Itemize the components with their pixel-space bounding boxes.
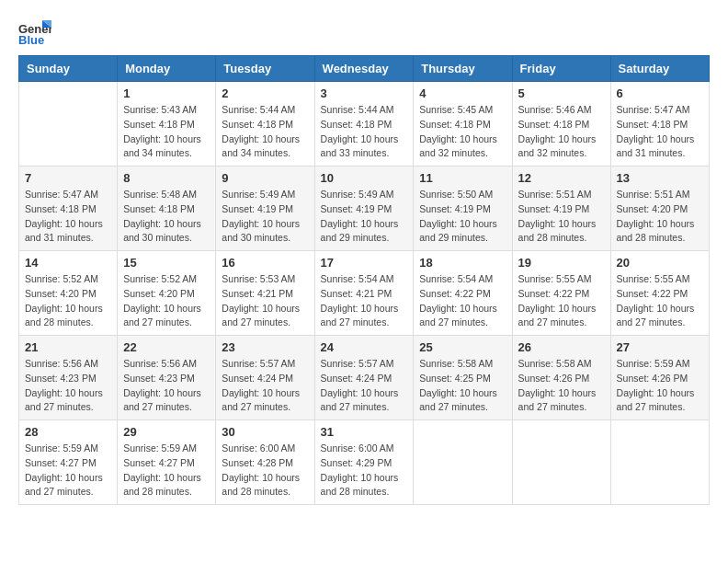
day-number: 16 bbox=[222, 256, 308, 270]
calendar-cell: 12Sunrise: 5:51 AMSunset: 4:19 PMDayligh… bbox=[512, 167, 610, 251]
day-number: 21 bbox=[25, 340, 111, 354]
day-number: 28 bbox=[25, 425, 111, 439]
day-number: 30 bbox=[222, 425, 308, 439]
calendar-cell: 29Sunrise: 5:59 AMSunset: 4:27 PMDayligh… bbox=[118, 420, 216, 505]
weekday-header-tuesday: Tuesday bbox=[216, 56, 314, 82]
day-info: Sunrise: 5:58 AMSunset: 4:25 PMDaylight:… bbox=[419, 357, 506, 415]
calendar-cell: 28Sunrise: 5:59 AMSunset: 4:27 PMDayligh… bbox=[19, 420, 118, 505]
day-number: 18 bbox=[419, 256, 506, 270]
day-info: Sunrise: 5:52 AMSunset: 4:20 PMDaylight:… bbox=[25, 272, 111, 330]
calendar-cell: 26Sunrise: 5:58 AMSunset: 4:26 PMDayligh… bbox=[512, 336, 610, 420]
day-number: 25 bbox=[419, 340, 506, 354]
day-number: 26 bbox=[518, 340, 605, 354]
day-info: Sunrise: 5:55 AMSunset: 4:22 PMDaylight:… bbox=[518, 272, 605, 330]
day-info: Sunrise: 5:51 AMSunset: 4:20 PMDaylight:… bbox=[617, 188, 703, 246]
day-number: 11 bbox=[419, 171, 506, 185]
day-info: Sunrise: 5:44 AMSunset: 4:18 PMDaylight:… bbox=[321, 103, 408, 161]
day-info: Sunrise: 5:50 AMSunset: 4:19 PMDaylight:… bbox=[419, 188, 506, 246]
calendar-cell: 7Sunrise: 5:47 AMSunset: 4:18 PMDaylight… bbox=[19, 167, 118, 251]
calendar-week-row: 28Sunrise: 5:59 AMSunset: 4:27 PMDayligh… bbox=[19, 420, 710, 505]
day-info: Sunrise: 5:49 AMSunset: 4:19 PMDaylight:… bbox=[222, 188, 308, 246]
calendar-cell: 4Sunrise: 5:45 AMSunset: 4:18 PMDaylight… bbox=[414, 82, 512, 167]
day-number: 8 bbox=[123, 171, 210, 185]
day-info: Sunrise: 6:00 AMSunset: 4:29 PMDaylight:… bbox=[321, 442, 408, 500]
day-info: Sunrise: 5:59 AMSunset: 4:27 PMDaylight:… bbox=[123, 442, 210, 500]
day-info: Sunrise: 5:54 AMSunset: 4:21 PMDaylight:… bbox=[321, 272, 408, 330]
day-number: 1 bbox=[123, 86, 210, 100]
calendar-cell bbox=[19, 82, 118, 167]
day-number: 5 bbox=[518, 86, 605, 100]
day-number: 13 bbox=[617, 171, 703, 185]
day-number: 31 bbox=[321, 425, 408, 439]
calendar-cell: 2Sunrise: 5:44 AMSunset: 4:18 PMDaylight… bbox=[216, 82, 314, 167]
calendar-week-row: 21Sunrise: 5:56 AMSunset: 4:23 PMDayligh… bbox=[19, 336, 710, 420]
day-info: Sunrise: 5:45 AMSunset: 4:18 PMDaylight:… bbox=[419, 103, 506, 161]
day-number: 2 bbox=[222, 86, 308, 100]
calendar-cell: 22Sunrise: 5:56 AMSunset: 4:23 PMDayligh… bbox=[118, 336, 216, 420]
day-number: 14 bbox=[25, 256, 111, 270]
day-info: Sunrise: 6:00 AMSunset: 4:28 PMDaylight:… bbox=[222, 442, 308, 500]
logo: General Blue bbox=[18, 18, 55, 46]
day-info: Sunrise: 5:59 AMSunset: 4:26 PMDaylight:… bbox=[617, 357, 703, 415]
day-number: 22 bbox=[123, 340, 210, 354]
calendar-cell: 27Sunrise: 5:59 AMSunset: 4:26 PMDayligh… bbox=[610, 336, 709, 420]
calendar-cell: 14Sunrise: 5:52 AMSunset: 4:20 PMDayligh… bbox=[19, 251, 118, 336]
calendar-cell: 24Sunrise: 5:57 AMSunset: 4:24 PMDayligh… bbox=[314, 336, 414, 420]
day-info: Sunrise: 5:44 AMSunset: 4:18 PMDaylight:… bbox=[222, 103, 308, 161]
weekday-header-monday: Monday bbox=[118, 56, 216, 82]
calendar-cell: 8Sunrise: 5:48 AMSunset: 4:18 PMDaylight… bbox=[118, 167, 216, 251]
day-info: Sunrise: 5:56 AMSunset: 4:23 PMDaylight:… bbox=[25, 357, 111, 415]
day-info: Sunrise: 5:48 AMSunset: 4:18 PMDaylight:… bbox=[123, 188, 210, 246]
day-info: Sunrise: 5:49 AMSunset: 4:19 PMDaylight:… bbox=[321, 188, 408, 246]
day-number: 10 bbox=[321, 171, 408, 185]
day-info: Sunrise: 5:52 AMSunset: 4:20 PMDaylight:… bbox=[123, 272, 210, 330]
day-number: 4 bbox=[419, 86, 506, 100]
day-number: 24 bbox=[321, 340, 408, 354]
day-number: 6 bbox=[617, 86, 703, 100]
weekday-header-thursday: Thursday bbox=[414, 56, 512, 82]
day-number: 12 bbox=[518, 171, 605, 185]
calendar-cell: 9Sunrise: 5:49 AMSunset: 4:19 PMDaylight… bbox=[216, 167, 314, 251]
calendar-cell: 3Sunrise: 5:44 AMSunset: 4:18 PMDaylight… bbox=[314, 82, 414, 167]
calendar-cell: 23Sunrise: 5:57 AMSunset: 4:24 PMDayligh… bbox=[216, 336, 314, 420]
day-number: 19 bbox=[518, 256, 605, 270]
calendar-week-row: 14Sunrise: 5:52 AMSunset: 4:20 PMDayligh… bbox=[19, 251, 710, 336]
calendar-cell: 31Sunrise: 6:00 AMSunset: 4:29 PMDayligh… bbox=[314, 420, 414, 505]
day-number: 20 bbox=[617, 256, 703, 270]
calendar-cell: 10Sunrise: 5:49 AMSunset: 4:19 PMDayligh… bbox=[314, 167, 414, 251]
day-info: Sunrise: 5:57 AMSunset: 4:24 PMDaylight:… bbox=[222, 357, 308, 415]
logo-icon: General Blue bbox=[18, 18, 51, 46]
calendar-week-row: 7Sunrise: 5:47 AMSunset: 4:18 PMDaylight… bbox=[19, 167, 710, 251]
weekday-header-wednesday: Wednesday bbox=[314, 56, 414, 82]
calendar-cell: 13Sunrise: 5:51 AMSunset: 4:20 PMDayligh… bbox=[610, 167, 709, 251]
day-number: 7 bbox=[25, 171, 111, 185]
calendar-cell: 18Sunrise: 5:54 AMSunset: 4:22 PMDayligh… bbox=[414, 251, 512, 336]
calendar-cell: 21Sunrise: 5:56 AMSunset: 4:23 PMDayligh… bbox=[19, 336, 118, 420]
calendar-cell: 20Sunrise: 5:55 AMSunset: 4:22 PMDayligh… bbox=[610, 251, 709, 336]
calendar-cell: 30Sunrise: 6:00 AMSunset: 4:28 PMDayligh… bbox=[216, 420, 314, 505]
day-info: Sunrise: 5:56 AMSunset: 4:23 PMDaylight:… bbox=[123, 357, 210, 415]
weekday-header-sunday: Sunday bbox=[19, 56, 118, 82]
calendar-week-row: 1Sunrise: 5:43 AMSunset: 4:18 PMDaylight… bbox=[19, 82, 710, 167]
calendar-cell: 11Sunrise: 5:50 AMSunset: 4:19 PMDayligh… bbox=[414, 167, 512, 251]
weekday-header-friday: Friday bbox=[512, 56, 610, 82]
day-info: Sunrise: 5:51 AMSunset: 4:19 PMDaylight:… bbox=[518, 188, 605, 246]
calendar-cell: 15Sunrise: 5:52 AMSunset: 4:20 PMDayligh… bbox=[118, 251, 216, 336]
day-number: 23 bbox=[222, 340, 308, 354]
day-number: 3 bbox=[321, 86, 408, 100]
day-number: 27 bbox=[617, 340, 703, 354]
day-info: Sunrise: 5:47 AMSunset: 4:18 PMDaylight:… bbox=[617, 103, 703, 161]
day-info: Sunrise: 5:47 AMSunset: 4:18 PMDaylight:… bbox=[25, 188, 111, 246]
svg-text:Blue: Blue bbox=[18, 33, 44, 46]
page-header: General Blue bbox=[18, 18, 710, 46]
weekday-header-saturday: Saturday bbox=[610, 56, 709, 82]
day-info: Sunrise: 5:43 AMSunset: 4:18 PMDaylight:… bbox=[123, 103, 210, 161]
day-info: Sunrise: 5:59 AMSunset: 4:27 PMDaylight:… bbox=[25, 442, 111, 500]
day-info: Sunrise: 5:55 AMSunset: 4:22 PMDaylight:… bbox=[617, 272, 703, 330]
day-info: Sunrise: 5:54 AMSunset: 4:22 PMDaylight:… bbox=[419, 272, 506, 330]
calendar-cell: 1Sunrise: 5:43 AMSunset: 4:18 PMDaylight… bbox=[118, 82, 216, 167]
day-number: 9 bbox=[222, 171, 308, 185]
calendar-header-row: SundayMondayTuesdayWednesdayThursdayFrid… bbox=[19, 56, 710, 82]
calendar-cell: 19Sunrise: 5:55 AMSunset: 4:22 PMDayligh… bbox=[512, 251, 610, 336]
calendar-cell: 5Sunrise: 5:46 AMSunset: 4:18 PMDaylight… bbox=[512, 82, 610, 167]
